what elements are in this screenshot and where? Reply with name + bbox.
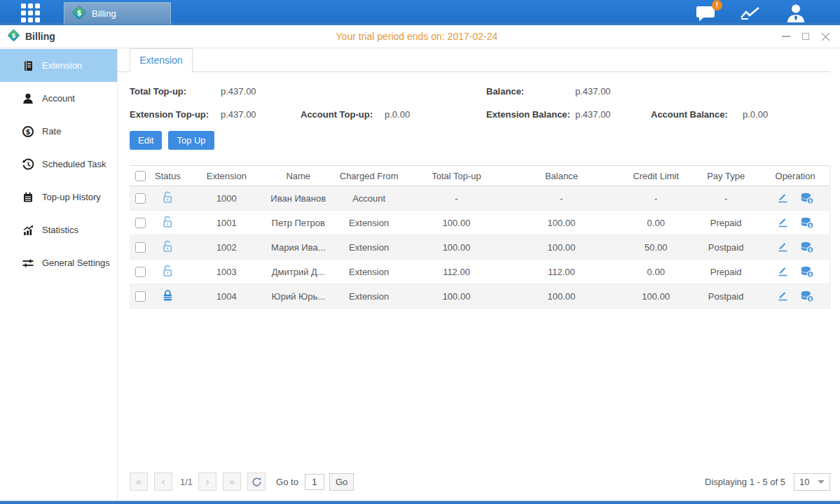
topup-coins-icon[interactable]: $ [800, 241, 814, 253]
lock-status-icon[interactable] [162, 191, 174, 204]
edit-icon[interactable] [777, 192, 789, 204]
trial-notice: Your trial period ends on: 2017-02-24 [336, 31, 498, 42]
lock-status-icon[interactable] [162, 216, 174, 228]
sidebar-item-topup-history[interactable]: Top-up History [0, 181, 117, 214]
table-header-row: Status Extension Name Charged From Total… [130, 165, 829, 186]
summary-label: Account Top-up: [301, 109, 385, 120]
topup-coins-icon[interactable]: $ [800, 192, 814, 204]
col-credit-limit: Credit Limit [621, 171, 691, 181]
tab-extension[interactable]: Extension [130, 48, 193, 72]
topup-coins-icon[interactable]: $ [800, 216, 814, 229]
sidebar-item-rate[interactable]: $ Rate [0, 115, 117, 148]
page-size-select[interactable]: 10 [794, 473, 830, 491]
maximize-icon[interactable] [801, 31, 811, 41]
cell-total-topup: 100.00 [411, 242, 502, 253]
page-size-value: 10 [799, 477, 809, 487]
statistics-chart-icon[interactable] [739, 4, 763, 22]
billing-diamond-icon: $ [71, 5, 87, 23]
select-all-checkbox[interactable] [135, 171, 146, 181]
sidebar-item-label: General Settings [42, 258, 110, 268]
summary-value: p.437.00 [221, 86, 301, 97]
notification-badge: ! [712, 0, 722, 10]
svg-text:$: $ [11, 31, 15, 38]
svg-text:$: $ [76, 8, 81, 16]
cell-extension: 1003 [184, 267, 270, 277]
prev-page-icon[interactable]: ‹ [154, 472, 172, 491]
edit-icon[interactable] [777, 241, 789, 253]
row-checkbox[interactable] [135, 242, 146, 253]
history-clock-icon [22, 158, 34, 171]
ledger-icon [22, 191, 34, 204]
cell-pay-type: Prepaid [691, 218, 761, 228]
sidebar-item-label: Top-up History [42, 192, 101, 202]
col-pay-type: Pay Type [691, 171, 761, 181]
row-checkbox[interactable] [135, 267, 146, 277]
sidebar-item-label: Rate [42, 126, 61, 136]
sidebar-item-scheduled-task[interactable]: Scheduled Task [0, 148, 117, 181]
top-up-button[interactable]: Top Up [168, 131, 214, 150]
table-row[interactable]: 1002 Мария Ива... Extension 100.00 100.0… [130, 235, 829, 260]
edit-icon[interactable] [777, 265, 789, 278]
col-total-topup: Total Top-up [411, 171, 502, 181]
table-row[interactable]: 1003 Дмитрий Д... Extension 112.00 112.0… [130, 260, 829, 284]
taskbar-tab-billing[interactable]: $ Billing [64, 2, 171, 24]
table-row[interactable]: 1000 Иван Иванов Account - - - - $ [130, 186, 829, 211]
lock-status-icon[interactable] [162, 240, 174, 253]
first-page-icon[interactable]: « [130, 472, 148, 491]
sidebar-item-account[interactable]: Account [0, 82, 117, 115]
go-button[interactable]: Go [329, 473, 354, 491]
close-icon[interactable] [820, 31, 830, 41]
svg-text:$: $ [808, 247, 812, 253]
chevron-down-icon [818, 480, 825, 484]
cell-credit-limit: - [621, 193, 691, 204]
topup-coins-icon[interactable]: $ [800, 290, 814, 302]
dollar-coin-icon: $ [22, 125, 34, 138]
cell-pay-type: Prepaid [691, 267, 761, 277]
cell-balance: 112.00 [502, 267, 621, 277]
minimize-icon[interactable] [781, 31, 791, 41]
table-row[interactable]: 1001 Петр Петров Extension 100.00 100.00… [130, 211, 829, 235]
tab-strip: Extension [118, 48, 830, 72]
last-page-icon[interactable]: » [223, 472, 241, 491]
sidebar-item-general-settings[interactable]: General Settings [0, 246, 117, 279]
cell-extension: 1001 [184, 218, 270, 228]
cell-credit-limit: 50.00 [621, 242, 691, 253]
summary-label: Extension Top-up: [130, 109, 221, 120]
sidebar-item-statistics[interactable]: Statistics [0, 214, 117, 246]
lock-status-icon[interactable] [162, 265, 174, 277]
messages-icon[interactable]: ! [696, 4, 717, 22]
col-balance: Balance [502, 171, 621, 181]
col-operation: Operation [761, 171, 829, 181]
row-checkbox[interactable] [135, 291, 146, 302]
edit-icon[interactable] [777, 216, 789, 229]
row-checkbox[interactable] [135, 193, 146, 204]
cell-charged-from: Account [327, 193, 411, 204]
window-title: Billing [25, 31, 55, 42]
app-grid-icon[interactable] [21, 4, 40, 22]
main-panel: Extension Total Top-up: p.437.00 Balance… [118, 48, 840, 500]
svg-text:$: $ [808, 272, 812, 277]
col-extension: Extension [184, 171, 270, 181]
summary-value: p.437.00 [221, 109, 301, 120]
go-to-label: Go to [276, 477, 298, 487]
edit-icon[interactable] [777, 290, 789, 302]
col-charged-from: Charged From [327, 171, 411, 181]
summary-value: p.0.00 [385, 109, 486, 120]
row-checkbox[interactable] [135, 218, 146, 228]
extension-table: Status Extension Name Charged From Total… [130, 165, 830, 309]
refresh-icon[interactable] [247, 472, 266, 491]
table-row[interactable]: 1004 Юрий Юрь... Extension 100.00 100.00… [130, 284, 829, 309]
topup-coins-icon[interactable]: $ [800, 265, 814, 278]
summary-label: Total Top-up: [130, 86, 221, 97]
notebook-icon [22, 59, 34, 72]
cell-balance: 100.00 [502, 291, 621, 302]
lock-status-icon[interactable] [162, 289, 174, 302]
edit-button[interactable]: Edit [130, 131, 162, 150]
pagination-bar: « ‹ 1/1 › » Go to Go Displaying 1 - 5 of… [130, 472, 830, 491]
sidebar-item-extension[interactable]: Extension [0, 49, 117, 82]
user-account-icon[interactable] [785, 4, 806, 22]
go-to-input[interactable] [305, 474, 324, 490]
svg-text:$: $ [808, 296, 812, 302]
next-page-icon[interactable]: › [198, 472, 216, 491]
sidebar-item-label: Scheduled Task [42, 159, 106, 169]
